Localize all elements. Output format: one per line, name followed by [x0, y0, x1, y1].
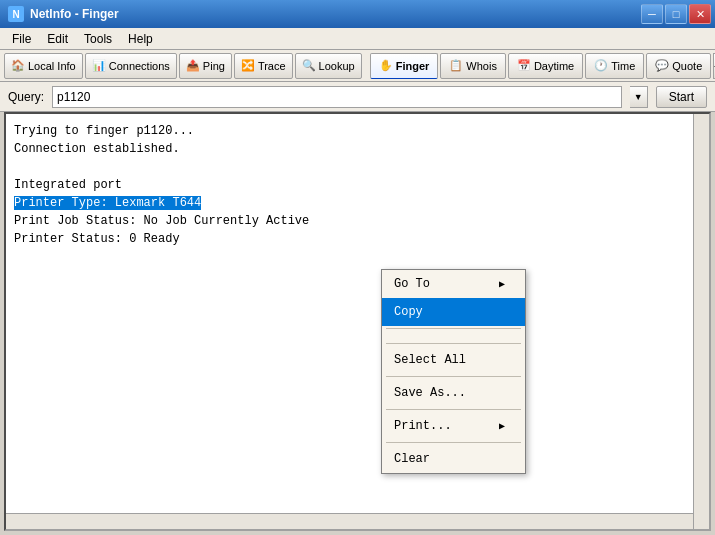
ctx-clear[interactable]: Print... ▶ [382, 412, 525, 440]
ctx-separator-5 [386, 442, 521, 443]
trace-button[interactable]: 🔀 Trace [234, 53, 293, 79]
minimize-button[interactable]: ─ [641, 4, 663, 24]
ctx-separator-4 [386, 409, 521, 410]
query-dropdown[interactable]: ▼ [630, 86, 648, 108]
menu-help[interactable]: Help [120, 30, 161, 48]
localinfo-button[interactable]: 🏠 Local Info [4, 53, 83, 79]
ctx-goto-arrow: ▶ [499, 277, 505, 292]
output-line-7: Printer Status: 0 Ready [14, 230, 701, 248]
ctx-selectall[interactable] [382, 331, 525, 341]
title-bar: N NetInfo - Finger ─ □ ✕ [0, 0, 715, 28]
lookup-icon: 🔍 [302, 59, 316, 72]
lookup-button[interactable]: 🔍 Lookup [295, 53, 362, 79]
query-input[interactable] [52, 86, 622, 108]
selected-text: Printer Type: Lexmark T644 [14, 196, 201, 210]
toolbar: 🏠 Local Info 📊 Connections 📤 Ping 🔀 Trac… [0, 50, 715, 82]
menu-bar: File Edit Tools Help [0, 28, 715, 50]
ctx-copy[interactable]: Copy [382, 298, 525, 326]
horizontal-scrollbar[interactable] [6, 513, 693, 529]
time-tab-icon: 🕐 [594, 59, 608, 72]
ctx-separator-1 [386, 328, 521, 329]
title-controls: ─ □ ✕ [641, 4, 711, 24]
vertical-scrollbar[interactable] [693, 114, 709, 529]
tab-time[interactable]: 🕐 Time [585, 53, 644, 79]
main-wrapper: Trying to finger p1120... Connection est… [0, 112, 715, 535]
query-bar: Query: ▼ Start [0, 82, 715, 112]
tab-daytime[interactable]: 📅 Daytime [508, 53, 583, 79]
window-title: NetInfo - Finger [30, 7, 119, 21]
menu-tools[interactable]: Tools [76, 30, 120, 48]
query-label: Query: [8, 90, 44, 104]
ctx-print[interactable]: Save As... [382, 379, 525, 407]
tab-whois[interactable]: 📋 Whois [440, 53, 506, 79]
ctx-options[interactable]: Clear [382, 445, 525, 473]
daytime-tab-icon: 📅 [517, 59, 531, 72]
quote-tab-icon: 💬 [655, 59, 669, 72]
ctx-separator-3 [386, 376, 521, 377]
start-button[interactable]: Start [656, 86, 707, 108]
maximize-button[interactable]: □ [665, 4, 687, 24]
output-area[interactable]: Trying to finger p1120... Connection est… [4, 112, 711, 531]
menu-file[interactable]: File [4, 30, 39, 48]
connections-icon: 📊 [92, 59, 106, 72]
ping-icon: 📤 [186, 59, 200, 72]
output-line-5: Printer Type: Lexmark T644 [14, 194, 701, 212]
ctx-separator-2 [386, 343, 521, 344]
tab-quote[interactable]: 💬 Quote [646, 53, 711, 79]
title-bar-left: N NetInfo - Finger [8, 6, 119, 22]
finger-tab-icon: ✋ [379, 59, 393, 72]
tab-finger[interactable]: ✋ Finger [370, 53, 439, 79]
output-line-6: Print Job Status: No Job Currently Activ… [14, 212, 701, 230]
context-menu: Go To ▶ Copy Select All Save As... Print… [381, 269, 526, 474]
ping-button[interactable]: 📤 Ping [179, 53, 232, 79]
connections-button[interactable]: 📊 Connections [85, 53, 177, 79]
output-line-1: Trying to finger p1120... [14, 122, 701, 140]
ctx-goto[interactable]: Go To ▶ [382, 270, 525, 298]
output-line-4: Integrated port [14, 176, 701, 194]
menu-edit[interactable]: Edit [39, 30, 76, 48]
trace-icon: 🔀 [241, 59, 255, 72]
output-line-3 [14, 158, 701, 176]
app-icon: N [8, 6, 24, 22]
output-line-2: Connection established. [14, 140, 701, 158]
localinfo-icon: 🏠 [11, 59, 25, 72]
close-button[interactable]: ✕ [689, 4, 711, 24]
ctx-clear-arrow: ▶ [499, 419, 505, 434]
whois-tab-icon: 📋 [449, 59, 463, 72]
ctx-saveas[interactable]: Select All [382, 346, 525, 374]
